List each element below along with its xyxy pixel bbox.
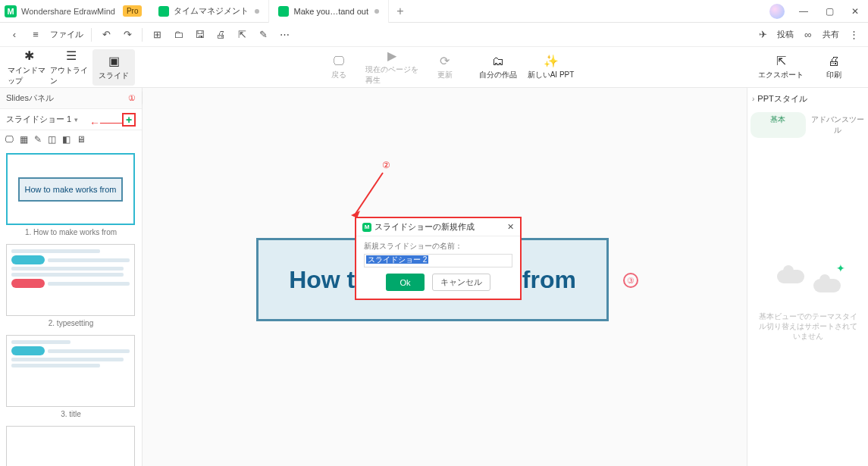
send-icon[interactable]: ✈ (756, 29, 769, 40)
ok-button[interactable]: Ok (386, 274, 424, 291)
document-tab-1[interactable]: タイムマネジメント (149, 0, 269, 23)
folder-icon: 🗂 (492, 55, 504, 68)
panel-toolbar: 🖵 ▦ ✎ ◫ ◧ 🖥 (0, 130, 142, 149)
thumb-title: How to make works from (18, 177, 122, 202)
pro-badge: Pro (123, 5, 143, 17)
outline-icon: ☰ (66, 48, 77, 63)
dialog-field-label: 新規スライドショーの名前： (364, 241, 512, 252)
tab-advanced[interactable]: アドバンスツール (810, 112, 866, 138)
svg-line-0 (356, 173, 383, 214)
avatar-icon[interactable] (769, 4, 785, 19)
print-icon[interactable]: 🖨 (214, 29, 227, 40)
slides-panel: Slidesパネル ① ‹ スライドショー 1 ▾ + ←─── 🖵 ▦ ✎ ◫… (0, 88, 143, 466)
canvas[interactable]: How to make works from ③ ② M スライドショーの新規作… (143, 88, 747, 466)
tab-label: タイムマネジメント (174, 5, 249, 17)
mindmap-icon: ✱ (24, 48, 34, 63)
minimize-button[interactable]: — (791, 1, 816, 22)
ribbon-print[interactable]: 🖨 印刷 (807, 55, 860, 80)
thumb-placeholder (11, 431, 130, 466)
svg-marker-1 (351, 211, 360, 217)
annotation-1: ① (128, 93, 136, 103)
new-tab-button[interactable]: + (389, 5, 412, 18)
menu-icon[interactable]: ≡ (29, 29, 42, 40)
add-slideshow-button[interactable]: + (122, 113, 136, 127)
mode-label: アウトライン (50, 65, 92, 86)
tab-label: Make you…tand out (293, 7, 368, 16)
edit-icon[interactable]: ✎ (34, 134, 42, 145)
sparkle-icon: ✦ (836, 262, 845, 274)
ribbon-back[interactable]: 🖵 戻る (312, 55, 365, 80)
slide-icon: ▣ (108, 54, 120, 68)
mode-mindmap[interactable]: ✱ マインドマップ (8, 44, 50, 91)
app-name: Wondershare EdrawMind (21, 7, 115, 16)
cancel-button[interactable]: キャンセル (432, 274, 490, 291)
mode-slide[interactable]: ▣ スライド (92, 49, 135, 86)
panel-header: Slidesパネル ① ‹ (0, 88, 142, 109)
maximize-button[interactable]: ▢ (816, 1, 842, 22)
dropdown-icon[interactable]: ▾ (74, 116, 78, 124)
more-icon[interactable]: ⋯ (277, 29, 291, 40)
open-icon[interactable]: 🗀 (171, 29, 185, 40)
thumb-placeholder (11, 340, 130, 402)
document-icon (158, 6, 169, 17)
share-button[interactable]: 共有 (823, 29, 839, 40)
close-button[interactable]: ✕ (842, 1, 868, 22)
mode-label: マインドマップ (8, 65, 50, 86)
file-menu[interactable]: ファイル (50, 29, 83, 40)
document-tab-2[interactable]: Make you…tand out (269, 0, 388, 23)
dialog-close-icon[interactable]: ✕ (507, 222, 514, 232)
ribbon-aippt[interactable]: ✨ 新しいAI PPT (525, 54, 578, 80)
slide-thumb-2[interactable]: 2. typesetting (6, 244, 136, 327)
slide-thumb-1[interactable]: How to make works from 1. How to make wo… (6, 153, 136, 236)
share-icon[interactable]: ∞ (801, 29, 815, 40)
right-panel-title: PPTスタイル (757, 93, 807, 105)
toolbar: ‹ ≡ ファイル ↶ ↷ ⊞ 🗀 🖫 🖨 ⇱ ✎ ⋯ ✈ 投稿 ∞ 共有 ⋮ (0, 23, 868, 47)
refresh-icon: ⟳ (440, 54, 450, 68)
new-icon[interactable]: ⊞ (150, 29, 164, 40)
undo-icon[interactable]: ↶ (99, 29, 113, 40)
right-panel-body: ✦ 基本ビューでのテーマスタイル切り替えはサポートされていません (747, 141, 868, 466)
dialog-icon: M (362, 223, 371, 232)
new-slideshow-dialog: M スライドショーの新規作成 ✕ 新規スライドショーの名前： スライドショー 2… (355, 217, 522, 300)
tab-basic[interactable]: 基本 (750, 112, 806, 138)
ribbon-replay[interactable]: ▶ 現在のページを再生 (365, 48, 418, 86)
printer-icon: 🖨 (828, 55, 840, 68)
edit-icon[interactable]: ✎ (256, 29, 270, 40)
save-icon[interactable]: 🖫 (193, 29, 206, 40)
expand-panel-icon[interactable]: › (752, 95, 754, 103)
ai-icon: ✨ (544, 54, 559, 68)
ribbon-update[interactable]: ⟳ 更新 (418, 54, 472, 80)
panel-title: Slidesパネル (6, 92, 54, 104)
export-icon: ⇱ (776, 54, 786, 68)
slide-thumb-3[interactable]: 3. title (6, 335, 136, 418)
ppt-style-panel: › PPTスタイル 基本 アドバンスツール ✦ 基本ビューでのテーマスタイル切り… (747, 88, 868, 466)
post-button[interactable]: 投稿 (777, 29, 794, 40)
thumb-placeholder (11, 249, 130, 311)
export-icon[interactable]: ⇱ (235, 29, 249, 40)
separator (142, 28, 143, 42)
app-icon: M (5, 5, 17, 17)
ribbon-myworks[interactable]: 🗂 自分の作品 (472, 55, 525, 80)
grid-icon[interactable]: ▦ (20, 134, 28, 145)
back-icon[interactable]: ‹ (8, 29, 21, 40)
slide-caption: 2. typesetting (6, 319, 136, 327)
present-icon[interactable]: 🖵 (5, 134, 14, 145)
ribbon: ✱ マインドマップ ☰ アウトライン ▣ スライド 🖵 戻る ▶ 現在のページを… (0, 47, 868, 88)
arrange-icon[interactable]: ◧ (62, 134, 71, 145)
mode-label: スライド (99, 70, 129, 81)
workspace: Slidesパネル ① ‹ スライドショー 1 ▾ + ←─── 🖵 ▦ ✎ ◫… (0, 88, 868, 466)
document-icon (278, 6, 289, 17)
separator (91, 28, 92, 42)
annotation-2: ② (382, 160, 390, 170)
ribbon-export[interactable]: ⇱ エクスポート (754, 54, 807, 80)
annotation-arrow-2 (351, 171, 385, 217)
redo-icon[interactable]: ↷ (121, 29, 134, 40)
mode-outline[interactable]: ☰ アウトライン (50, 44, 92, 91)
slideshow-name-input[interactable]: スライドショー 2 (364, 254, 512, 267)
slide-thumb-4[interactable] (6, 426, 136, 466)
monitor-icon[interactable]: 🖥 (77, 134, 86, 145)
empty-illustration: ✦ (774, 265, 842, 303)
layout-icon[interactable]: ◫ (48, 134, 56, 145)
dialog-title: スライドショーの新規作成 (374, 221, 475, 233)
menu-dots-icon[interactable]: ⋮ (847, 29, 860, 40)
